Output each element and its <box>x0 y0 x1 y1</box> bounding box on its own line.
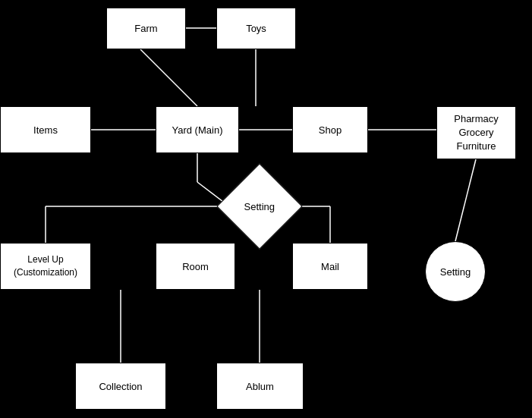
room-node[interactable]: Room <box>156 243 235 290</box>
yard-node[interactable]: Yard (Main) <box>156 106 239 153</box>
shop-node[interactable]: Shop <box>292 106 368 153</box>
room-label: Room <box>182 261 209 272</box>
svg-line-12 <box>455 159 476 241</box>
setting-circle-node[interactable]: Setting <box>425 241 486 302</box>
svg-line-1 <box>140 49 197 106</box>
ablum-node[interactable]: Ablum <box>216 363 304 410</box>
collection-label: Collection <box>99 381 142 392</box>
collection-node[interactable]: Collection <box>75 363 166 410</box>
setting-circle-label: Setting <box>440 266 471 278</box>
levelup-node[interactable]: Level Up (Customization) <box>0 243 91 290</box>
toys-node[interactable]: Toys <box>216 8 296 49</box>
mail-label: Mail <box>321 261 339 272</box>
shop-label: Shop <box>319 124 342 136</box>
farm-node[interactable]: Farm <box>106 8 186 49</box>
setting-diamond-label: Setting <box>244 200 275 212</box>
pharmacy-label: Pharmacy Grocery Furniture <box>454 112 499 154</box>
pharmacy-node[interactable]: Pharmacy Grocery Furniture <box>436 106 516 159</box>
farm-label: Farm <box>134 23 157 34</box>
items-label: Items <box>33 124 58 136</box>
toys-label: Toys <box>246 23 266 34</box>
ablum-label: Ablum <box>246 381 274 392</box>
mail-node[interactable]: Mail <box>292 243 368 290</box>
levelup-label: Level Up (Customization) <box>14 253 77 279</box>
items-node[interactable]: Items <box>0 106 91 153</box>
setting-diamond-node[interactable]: Setting <box>216 163 302 249</box>
yard-label: Yard (Main) <box>172 124 223 136</box>
